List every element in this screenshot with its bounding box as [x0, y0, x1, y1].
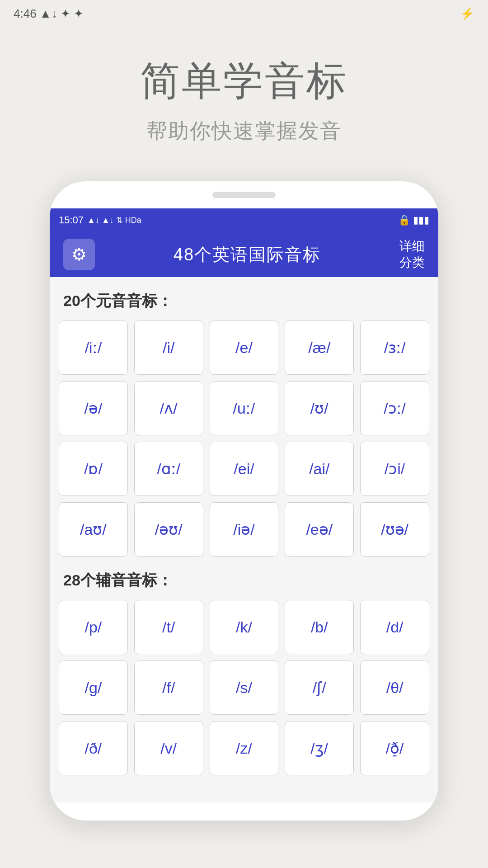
- detail-classify-button[interactable]: 详细 分类: [399, 238, 425, 271]
- outer-status-left: 4:46 ▲↓ ✦ ✦: [14, 7, 84, 21]
- consonant-phonetic-btn[interactable]: /f/: [134, 660, 203, 715]
- consonant-phonetic-btn[interactable]: /z/: [210, 721, 279, 775]
- header-title: 48个英语国际音标: [174, 243, 321, 266]
- vowel-phonetic-btn[interactable]: /ɜː/: [360, 321, 429, 375]
- consonant-phonetic-btn[interactable]: /ð/: [59, 721, 128, 775]
- vowel-phonetic-btn[interactable]: /əʊ/: [134, 502, 203, 557]
- vowel-phonetic-btn[interactable]: /e/: [210, 321, 279, 375]
- app-main-title: 简单学音标: [140, 54, 348, 108]
- vowel-phonetic-btn[interactable]: /ə/: [59, 381, 128, 435]
- outer-status-right: ⚡: [460, 7, 474, 21]
- consonant-phonetic-btn[interactable]: /k/: [210, 600, 279, 654]
- consonant-phonetic-btn[interactable]: /d/: [360, 600, 429, 654]
- vowel-phonetic-btn[interactable]: /ɒ/: [59, 442, 128, 496]
- vowel-phonetic-btn[interactable]: /aʊ/: [59, 502, 128, 557]
- app-status-icons: 🔒 ▮▮▮: [398, 214, 429, 226]
- vowel-phonetic-btn[interactable]: /eə/: [285, 502, 354, 557]
- vowel-phonetic-btn[interactable]: /ɑː/: [134, 442, 203, 496]
- vowel-phonetic-btn[interactable]: /ai/: [285, 442, 354, 496]
- phone-top: [50, 181, 438, 208]
- consonant-phonetic-btn[interactable]: /v/: [134, 721, 203, 775]
- outer-status-bar: 4:46 ▲↓ ✦ ✦ ⚡: [0, 0, 488, 27]
- phone-speaker: [212, 192, 276, 198]
- vowel-grid: /iː//i//e//æ//ɜː//ə//ʌ//uː//ʊ//ɔː//ɒ//ɑː…: [59, 321, 429, 557]
- app-status-bar: 15:07 ▲↓ ▲↓ ⇅ HDa 🔒 ▮▮▮: [50, 208, 438, 232]
- consonant-phonetic-btn[interactable]: /b/: [285, 600, 354, 654]
- app-subtitle: 帮助你快速掌握发音: [140, 117, 348, 145]
- vowel-phonetic-btn[interactable]: /ʌ/: [134, 381, 203, 435]
- vowel-phonetic-btn[interactable]: /ʊ/: [285, 381, 354, 435]
- vowel-section-title: 20个元音音标：: [59, 291, 429, 311]
- consonant-phonetic-btn[interactable]: /θ/: [360, 660, 429, 715]
- vowel-phonetic-btn[interactable]: /i/: [134, 321, 203, 375]
- consonant-phonetic-btn[interactable]: /g/: [59, 660, 128, 715]
- app-title-section: 简单学音标 帮助你快速掌握发音: [140, 54, 348, 145]
- consonant-phonetic-btn[interactable]: /ð̠/: [360, 721, 429, 775]
- vowel-phonetic-btn[interactable]: /ʊə/: [360, 502, 429, 557]
- consonant-section-title: 28个辅音音标：: [59, 570, 429, 591]
- consonant-phonetic-btn[interactable]: /ʃ/: [285, 660, 354, 715]
- app-status-time: 15:07 ▲↓ ▲↓ ⇅ HDa: [59, 214, 141, 226]
- consonant-phonetic-btn[interactable]: /t/: [134, 600, 203, 654]
- app-content: 20个元音音标： /iː//i//e//æ//ɜː//ə//ʌ//uː//ʊ//…: [50, 277, 438, 802]
- vowel-phonetic-btn[interactable]: /ɔː/: [360, 381, 429, 435]
- vowel-phonetic-btn[interactable]: /iː/: [59, 321, 128, 375]
- vowel-phonetic-btn[interactable]: /ɔi/: [360, 442, 429, 496]
- gear-icon[interactable]: ⚙: [63, 239, 95, 270]
- consonant-phonetic-btn[interactable]: /s/: [210, 660, 279, 715]
- consonant-grid: /p//t//k//b//d//g//f//s//ʃ//θ//ð//v//z//…: [59, 600, 429, 775]
- vowel-phonetic-btn[interactable]: /æ/: [285, 321, 354, 375]
- app-header: ⚙ 48个英语国际音标 详细 分类: [50, 232, 438, 277]
- consonant-phonetic-btn[interactable]: /ʒ/: [285, 721, 354, 775]
- vowel-phonetic-btn[interactable]: /uː/: [210, 381, 279, 435]
- vowel-phonetic-btn[interactable]: /iə/: [210, 502, 279, 557]
- vowel-phonetic-btn[interactable]: /ei/: [210, 442, 279, 496]
- phone-mockup: 15:07 ▲↓ ▲↓ ⇅ HDa 🔒 ▮▮▮ ⚙ 48个英语国际音标 详细 分…: [50, 181, 438, 821]
- consonant-phonetic-btn[interactable]: /p/: [59, 600, 128, 654]
